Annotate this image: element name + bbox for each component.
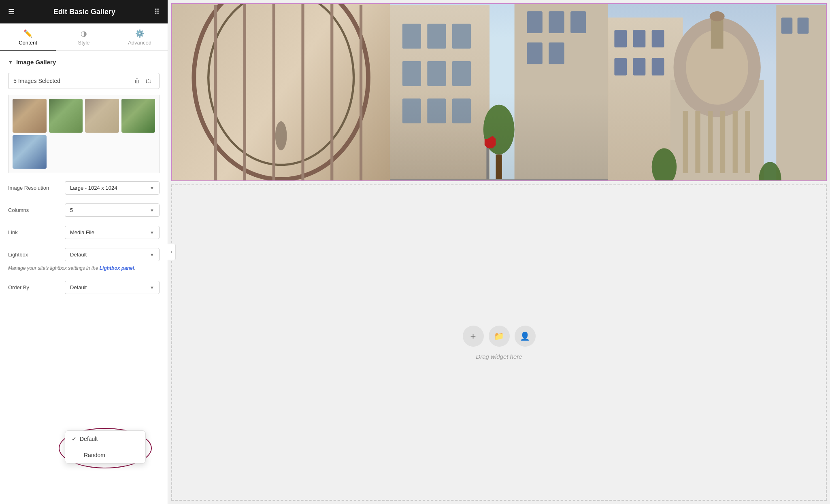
left-panel: ☰ Edit Basic Gallery ⠿ ✏️ Content ◑ Styl… (0, 0, 168, 504)
svg-rect-38 (614, 30, 627, 47)
link-arrow-icon: ▼ (150, 230, 154, 235)
drag-widget-label: Drag widget here (476, 353, 522, 360)
hamburger-icon[interactable]: ☰ (8, 7, 15, 16)
order-by-dropdown: ✓ Default Random (65, 430, 146, 464)
svg-rect-56 (781, 17, 792, 34)
svg-rect-19 (452, 61, 471, 86)
lightbox-select[interactable]: Default ▼ (65, 248, 160, 261)
lightbox-label: Lightbox (8, 252, 65, 258)
dropdown-random-label: Random (84, 452, 105, 458)
order-by-arrow-icon: ▼ (150, 285, 154, 290)
link-control: Media File ▼ (65, 226, 160, 239)
image-gallery-section: ▼ Image Gallery (8, 59, 160, 66)
image-resolution-row: Image Resolution Large - 1024 x 1024 ▼ (8, 181, 160, 195)
svg-rect-41 (614, 58, 627, 75)
advanced-tab-label: Advanced (128, 40, 151, 46)
columns-select[interactable]: 5 ▼ (65, 203, 160, 217)
order-by-value: Default (70, 284, 87, 290)
lightbox-note: Manage your site's lightbox settings in … (8, 265, 160, 272)
below-gallery-container: + 📁 👤 Drag widget here (171, 184, 827, 501)
link-select[interactable]: Media File ▼ (65, 226, 160, 239)
svg-rect-57 (797, 17, 809, 34)
image-selector-bar[interactable]: 5 Images Selected 🗑 🗂 (8, 73, 160, 89)
svg-rect-50 (695, 111, 700, 173)
thumbnail-4[interactable] (121, 99, 155, 133)
svg-rect-22 (452, 98, 471, 123)
columns-label: Columns (8, 207, 65, 213)
section-title: Image Gallery (16, 59, 56, 66)
style-tab-label: Style (78, 40, 90, 46)
dropdown-item-random[interactable]: Random (65, 447, 145, 463)
images-selected-label: 5 Images Selected (13, 78, 132, 84)
svg-rect-54 (745, 111, 750, 173)
folder-widget-button[interactable]: 📁 (489, 326, 510, 347)
thumbnail-1[interactable] (13, 99, 47, 133)
checkmark-icon: ✓ (72, 436, 77, 442)
image-resolution-arrow-icon: ▼ (150, 186, 154, 191)
tab-advanced[interactable]: ⚙️ Advanced (112, 23, 168, 50)
delete-images-button[interactable]: 🗑 (132, 76, 143, 85)
svg-rect-18 (428, 61, 446, 86)
drag-widget-area: + 📁 👤 Drag widget here (463, 326, 536, 360)
lightbox-period: . (134, 265, 135, 271)
thumbnail-3[interactable] (85, 99, 119, 133)
columns-value: 5 (70, 207, 73, 213)
tab-style[interactable]: ◑ Style (56, 23, 112, 50)
svg-rect-47 (711, 17, 723, 49)
tab-content[interactable]: ✏️ Content (0, 23, 56, 50)
svg-point-48 (709, 11, 724, 21)
svg-rect-31 (390, 179, 608, 180)
thumbnail-5[interactable] (13, 135, 47, 169)
content-tab-label: Content (19, 40, 37, 46)
tabs-row: ✏️ Content ◑ Style ⚙️ Advanced (0, 23, 168, 51)
link-value: Media File (70, 229, 94, 235)
gallery-image-1: 🏛 (172, 4, 390, 180)
svg-rect-15 (428, 24, 446, 49)
svg-rect-26 (570, 11, 586, 33)
thumbnail-2[interactable] (49, 99, 83, 133)
section-arrow-icon: ▼ (8, 59, 13, 65)
order-by-row: Order By Default ▼ (8, 281, 160, 294)
content-tab-icon: ✏️ (23, 29, 32, 38)
gallery-preview: 🏛 (171, 3, 827, 181)
profile-widget-button[interactable]: 👤 (515, 326, 536, 347)
lightbox-row: Lightbox Default ▼ (8, 248, 160, 261)
svg-rect-21 (428, 98, 446, 123)
dropdown-item-default[interactable]: ✓ Default (65, 431, 145, 447)
image-resolution-label: Image Resolution (8, 185, 65, 191)
svg-rect-49 (683, 111, 687, 173)
order-by-control: Default ▼ (65, 281, 160, 294)
style-tab-icon: ◑ (81, 29, 87, 38)
columns-control: 5 ▼ (65, 203, 160, 217)
image-resolution-select[interactable]: Large - 1024 x 1024 ▼ (65, 181, 160, 195)
svg-marker-35 (485, 136, 496, 148)
lightbox-note-text: Manage your site's lightbox settings in … (8, 265, 100, 271)
panel-header: ☰ Edit Basic Gallery ⠿ (0, 0, 168, 23)
link-row: Link Media File ▼ (8, 226, 160, 239)
grid-icon[interactable]: ⠿ (154, 7, 160, 16)
canvas-area: ‹ 🏛 (168, 0, 830, 504)
svg-rect-17 (402, 61, 421, 86)
svg-rect-16 (452, 24, 471, 49)
stack-images-button[interactable]: 🗂 (143, 76, 154, 85)
svg-rect-53 (732, 111, 737, 173)
svg-rect-52 (720, 111, 725, 173)
svg-rect-51 (708, 111, 713, 173)
lightbox-panel-link[interactable]: Lightbox panel (100, 265, 134, 271)
svg-rect-20 (402, 98, 421, 123)
link-label: Link (8, 229, 65, 235)
order-by-select[interactable]: Default ▼ (65, 281, 160, 294)
svg-rect-25 (549, 11, 564, 33)
svg-rect-34 (487, 142, 489, 179)
gallery-image-2 (390, 4, 608, 180)
thumbnails-grid (8, 95, 160, 173)
svg-point-11 (275, 121, 287, 150)
svg-rect-42 (633, 58, 645, 75)
collapse-panel-handle[interactable]: ‹ (168, 244, 176, 260)
svg-rect-28 (549, 42, 564, 64)
lightbox-control: Default ▼ (65, 248, 160, 261)
columns-row: Columns 5 ▼ (8, 203, 160, 217)
lightbox-arrow-icon: ▼ (150, 252, 154, 257)
columns-arrow-icon: ▼ (150, 208, 154, 213)
add-widget-button[interactable]: + (463, 326, 484, 347)
